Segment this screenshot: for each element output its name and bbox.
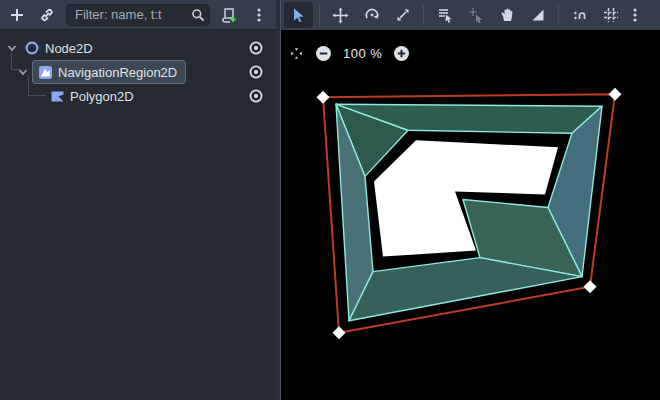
vertex-handle[interactable] xyxy=(333,326,346,339)
instance-scene-button[interactable] xyxy=(36,4,58,26)
pan-tool-button[interactable] xyxy=(492,2,521,28)
tree-guide xyxy=(28,75,46,96)
vertex-handle[interactable] xyxy=(609,88,622,101)
search-icon xyxy=(191,8,205,22)
viewport-menu-button[interactable] xyxy=(627,2,643,28)
navigation-region-drawing xyxy=(281,30,660,400)
polygon2d-icon xyxy=(50,89,65,104)
vertex-handle[interactable] xyxy=(317,91,330,104)
rotate-tool-button[interactable] xyxy=(357,2,386,28)
toolbar-separator xyxy=(319,5,320,25)
node-label: NavigationRegion2D xyxy=(58,65,177,80)
list-select-icon xyxy=(437,7,453,23)
zoom-in-button[interactable] xyxy=(393,45,410,62)
filter-input[interactable] xyxy=(66,4,210,26)
ruler-tool-button[interactable] xyxy=(523,2,552,28)
snap-object-button[interactable] xyxy=(461,2,490,28)
scene-tree: Node2D NavigationRegion2D xyxy=(0,30,276,400)
zoom-controls: 100 % xyxy=(289,45,410,62)
script-add-icon xyxy=(221,7,237,23)
select-tool-button[interactable] xyxy=(284,2,313,28)
plus-icon xyxy=(9,7,25,23)
visibility-eye-icon[interactable] xyxy=(248,40,264,56)
scene-menu-button[interactable] xyxy=(248,4,270,26)
scale-icon xyxy=(395,7,411,23)
snap-object-icon xyxy=(468,7,484,23)
selected-node-box[interactable]: NavigationRegion2D xyxy=(32,60,186,84)
node2d-circle-icon xyxy=(24,40,40,56)
grid-snap-button[interactable] xyxy=(596,2,625,28)
node-label: Polygon2D xyxy=(70,89,134,104)
select-arrow-icon xyxy=(291,7,307,23)
toolbar-separator xyxy=(423,5,424,25)
smart-snap-icon xyxy=(572,7,588,23)
zoom-level[interactable]: 100 % xyxy=(343,46,382,61)
add-node-button[interactable] xyxy=(6,4,28,26)
move-tool-button[interactable] xyxy=(326,2,355,28)
filter-field-wrap xyxy=(66,4,210,26)
visibility-eye-icon[interactable] xyxy=(248,64,264,80)
plus-circle-icon xyxy=(393,45,410,62)
visibility-eye-icon[interactable] xyxy=(248,88,264,104)
godot-editor: Node2D NavigationRegion2D xyxy=(0,0,660,400)
zoom-out-button[interactable] xyxy=(315,45,332,62)
node-label: Node2D xyxy=(45,41,93,56)
scale-tool-button[interactable] xyxy=(388,2,417,28)
viewport-toolbar xyxy=(281,0,660,30)
vertex-handle[interactable] xyxy=(584,280,597,293)
scene-panel: Node2D NavigationRegion2D xyxy=(0,0,276,400)
toolbar-separator xyxy=(558,5,559,25)
kebab-menu-icon xyxy=(256,7,262,23)
grid-snap-icon xyxy=(603,7,619,23)
scene-toolbar xyxy=(0,0,276,30)
kebab-menu-icon xyxy=(632,7,638,23)
attach-script-button[interactable] xyxy=(218,4,240,26)
minus-circle-icon xyxy=(315,45,332,62)
viewport-2d: 100 % xyxy=(281,0,660,400)
rotate-icon xyxy=(364,7,380,23)
tree-row-node2d[interactable]: Node2D xyxy=(0,36,276,60)
move-icon xyxy=(332,7,349,24)
tree-row-polygon2d[interactable]: Polygon2D xyxy=(0,84,276,108)
smart-snap-button[interactable] xyxy=(565,2,594,28)
ruler-icon xyxy=(530,7,546,23)
center-view-icon xyxy=(289,46,304,61)
link-icon xyxy=(39,7,55,23)
tree-guide xyxy=(11,52,19,70)
list-select-button[interactable] xyxy=(430,2,459,28)
center-view-button[interactable] xyxy=(289,46,304,61)
pan-hand-icon xyxy=(499,7,515,23)
canvas-2d[interactable]: 100 % xyxy=(281,30,660,400)
